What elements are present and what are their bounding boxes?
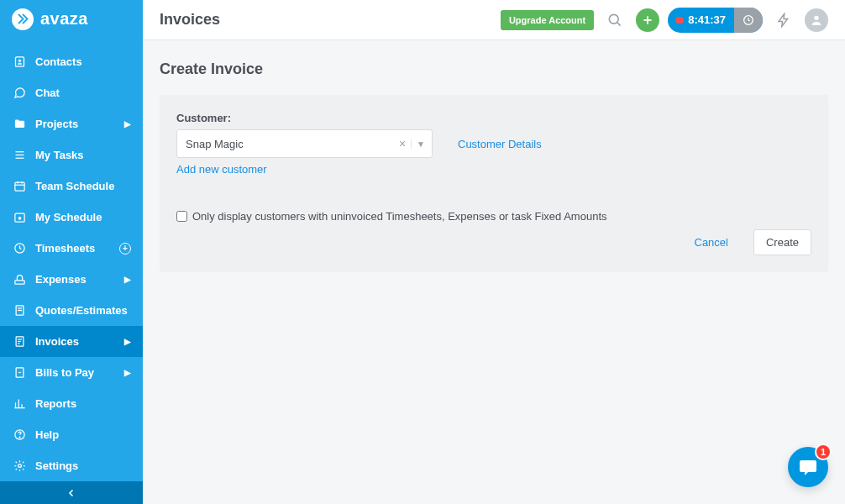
svg-rect-5 — [14, 183, 24, 192]
sidebar-item-label: My Schedule — [35, 211, 102, 223]
page-title: Create Invoice — [160, 40, 828, 95]
sidebar-item-label: Help — [35, 428, 59, 441]
recording-indicator-icon — [676, 17, 683, 24]
sidebar-item-my-tasks[interactable]: My Tasks — [0, 139, 143, 171]
sidebar-item-settings[interactable]: Settings — [0, 450, 143, 481]
sidebar-item-quotes[interactable]: Quotes/Estimates — [0, 295, 143, 326]
customer-selected-value: Snap Magic — [186, 138, 244, 150]
sidebar-item-team-schedule[interactable]: Team Schedule — [0, 171, 143, 202]
sidebar-item-reports[interactable]: Reports — [0, 388, 143, 419]
chat-bubble-icon — [798, 457, 818, 477]
sidebar-item-projects[interactable]: Projects ▶ — [0, 108, 143, 139]
search-button[interactable] — [602, 8, 627, 33]
svg-point-29 — [814, 15, 818, 19]
gear-icon — [12, 459, 27, 472]
topbar-actions: Upgrade Account 8:41:37 — [501, 8, 828, 33]
sidebar-item-chat[interactable]: Chat — [0, 77, 143, 108]
logo[interactable]: avaza — [0, 0, 143, 38]
sidebar-item-label: Invoices — [35, 335, 79, 348]
svg-point-23 — [18, 465, 21, 468]
contacts-icon — [12, 55, 27, 68]
svg-point-22 — [19, 438, 20, 438]
clock-icon — [742, 13, 755, 27]
logo-mark-icon — [12, 8, 34, 30]
page-heading: Invoices — [160, 11, 220, 29]
content-area: Create Invoice Customer: Snap Magic × ▼ … — [143, 40, 845, 504]
customer-select[interactable]: Snap Magic × ▼ — [176, 129, 433, 158]
plus-icon — [642, 14, 653, 26]
add-new-customer-link[interactable]: Add new customer — [176, 163, 267, 176]
chevron-down-icon: ▼ — [411, 139, 425, 149]
lightning-icon — [776, 13, 791, 28]
sidebar-item-contacts[interactable]: Contacts — [0, 46, 143, 77]
clock-icon — [12, 242, 27, 255]
sidebar-item-help[interactable]: Help — [0, 419, 143, 450]
chat-badge: 1 — [815, 444, 832, 460]
calendar-user-icon — [12, 211, 27, 223]
document-icon — [12, 304, 27, 317]
calendar-icon — [12, 180, 27, 192]
timer-widget[interactable]: 8:41:37 — [668, 8, 763, 33]
sidebar-item-label: Expenses — [35, 273, 87, 286]
timer-clock-button[interactable] — [734, 8, 763, 33]
main: Invoices Upgrade Account 8:41:37 — [143, 0, 845, 504]
sidebar-item-timesheets[interactable]: Timesheets + — [0, 233, 143, 264]
add-timesheet-icon[interactable]: + — [119, 243, 131, 255]
invoice-icon — [12, 335, 27, 348]
sidebar-item-label: Team Schedule — [35, 180, 114, 192]
filter-uninvoiced-label: Only display customers with uninvoiced T… — [192, 210, 607, 223]
sidebar-item-label: Projects — [35, 118, 78, 130]
global-add-button[interactable] — [636, 8, 659, 32]
svg-line-25 — [617, 22, 621, 25]
user-avatar[interactable] — [805, 8, 828, 32]
filter-uninvoiced-checkbox[interactable] — [176, 211, 187, 222]
customer-label: Customer: — [176, 112, 811, 124]
lightning-button[interactable] — [771, 8, 796, 33]
sidebar-item-my-schedule[interactable]: My Schedule — [0, 202, 143, 233]
customer-details-link[interactable]: Customer Details — [458, 138, 542, 150]
sidebar-item-label: Chat — [35, 87, 60, 99]
sidebar-item-label: Contacts — [35, 55, 82, 68]
svg-point-1 — [18, 60, 20, 62]
chart-icon — [12, 397, 27, 410]
chevron-right-icon: ▶ — [124, 275, 131, 284]
search-icon — [606, 12, 623, 29]
cancel-button[interactable]: Cancel — [683, 230, 740, 255]
topbar: Invoices Upgrade Account 8:41:37 — [143, 0, 845, 40]
upgrade-account-button[interactable]: Upgrade Account — [501, 10, 594, 30]
sidebar-item-invoices[interactable]: Invoices ▶ — [0, 326, 143, 357]
sidebar-collapse-button[interactable] — [0, 481, 143, 504]
sidebar-item-label: Bills to Pay — [35, 366, 94, 379]
sidebar-item-label: Timesheets — [35, 242, 95, 255]
chevron-right-icon: ▶ — [124, 119, 131, 129]
chevron-right-icon: ▶ — [124, 337, 131, 346]
svg-point-10 — [18, 218, 21, 220]
clear-customer-button[interactable]: × — [394, 137, 411, 150]
tasks-icon — [12, 149, 27, 161]
timer-value: 8:41:37 — [688, 13, 734, 26]
svg-point-24 — [610, 14, 619, 24]
user-icon — [810, 13, 823, 27]
folder-icon — [12, 118, 27, 130]
expense-icon — [12, 273, 27, 286]
create-button[interactable]: Create — [753, 229, 811, 255]
sidebar-nav: Contacts Chat Projects ▶ My Tasks Team S… — [0, 38, 143, 481]
chevron-right-icon: ▶ — [124, 368, 131, 377]
sidebar-item-label: Quotes/Estimates — [35, 304, 128, 317]
sidebar-item-bills[interactable]: Bills to Pay ▶ — [0, 357, 143, 388]
sidebar-item-expenses[interactable]: Expenses ▶ — [0, 264, 143, 295]
chat-widget-button[interactable]: 1 — [788, 447, 828, 487]
svg-rect-12 — [14, 281, 24, 284]
sidebar: avaza Contacts Chat Projects ▶ My Tasks … — [0, 0, 143, 504]
logo-text: avaza — [40, 9, 88, 29]
chevron-left-icon — [66, 488, 76, 498]
bill-icon — [12, 366, 27, 379]
create-invoice-panel: Customer: Snap Magic × ▼ Customer Detail… — [160, 95, 828, 272]
sidebar-item-label: Reports — [35, 397, 76, 410]
help-icon — [12, 428, 27, 441]
chat-icon — [12, 87, 27, 99]
sidebar-item-label: Settings — [35, 459, 78, 472]
sidebar-item-label: My Tasks — [35, 149, 84, 161]
